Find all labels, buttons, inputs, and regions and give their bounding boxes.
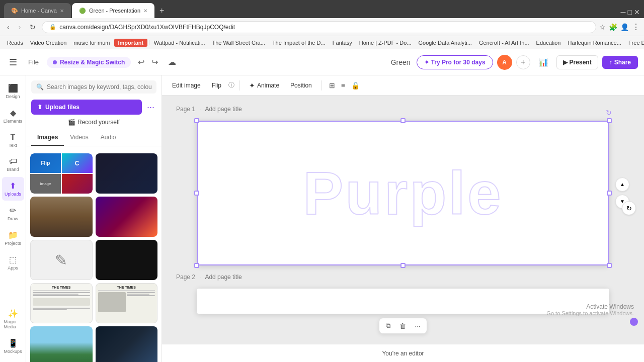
present-btn[interactable]: ▶ Present: [556, 55, 598, 69]
panel-search-area: 🔍: [26, 75, 162, 97]
rotate-handle[interactable]: ↻: [606, 109, 612, 117]
search-input[interactable]: [47, 83, 151, 90]
newspaper-img[interactable]: THE TIMES: [30, 283, 93, 323]
bookmark-wattpad[interactable]: Wattpad - Notificati...: [151, 39, 208, 47]
bookmark-important[interactable]: Important: [114, 39, 148, 47]
profile-btn[interactable]: 👤: [620, 23, 629, 31]
minimize-btn[interactable]: ─: [621, 8, 626, 16]
magic-dot: [53, 60, 57, 64]
record-yourself-btn[interactable]: 🎬 Record yourself: [68, 119, 120, 126]
tab-home-close[interactable]: ✕: [60, 8, 64, 14]
search-box[interactable]: 🔍: [31, 80, 156, 94]
tab-green[interactable]: 🟢 Green - Presentation ✕: [72, 3, 154, 18]
sketch-img[interactable]: ✎: [30, 240, 93, 280]
redo-btn[interactable]: ↪: [148, 55, 161, 69]
bookmark-free-books[interactable]: Free Download Books: [625, 39, 644, 47]
bookmark-google-data[interactable]: Google Data Analyti...: [416, 39, 475, 47]
page-1-title-input[interactable]: [205, 106, 280, 113]
sidebar-item-uploads[interactable]: ⬆ Uploads: [2, 177, 24, 201]
fantasy-photo[interactable]: [96, 197, 158, 237]
new-tab-btn[interactable]: +: [155, 3, 168, 18]
hamburger-btn[interactable]: ☰: [6, 54, 20, 71]
tab-green-close[interactable]: ✕: [143, 8, 147, 14]
lock-icon-btn[interactable]: 🔒: [349, 79, 362, 92]
handle-ml[interactable]: [194, 191, 199, 196]
bookmark-wsj[interactable]: The Wall Street Cra...: [209, 39, 268, 47]
page-2-title-input[interactable]: [205, 274, 280, 281]
info-icon[interactable]: ⓘ: [228, 81, 234, 89]
page-nav-up-btn[interactable]: ▲: [615, 177, 629, 192]
landscape-img[interactable]: [30, 326, 93, 362]
page-trash-btn[interactable]: 🗑: [397, 321, 409, 331]
back-btn[interactable]: ‹: [4, 21, 13, 33]
bookmark-video[interactable]: Video Creation: [27, 39, 70, 47]
grid-icon-btn[interactable]: ⊞: [327, 79, 338, 92]
handle-mr[interactable]: [607, 191, 612, 196]
photo-dark[interactable]: [96, 153, 158, 194]
handle-bl[interactable]: [194, 263, 199, 268]
extensions-btn[interactable]: 🧩: [609, 23, 617, 31]
sidebar-item-projects[interactable]: 📁 Projects: [2, 226, 24, 250]
dark-figure-img[interactable]: [96, 240, 158, 280]
user-avatar[interactable]: A: [497, 55, 512, 70]
undo-btn[interactable]: ↩: [135, 55, 147, 69]
sidebar-item-mockups[interactable]: 📱 Mockups: [2, 334, 24, 358]
bookmark-gencroft[interactable]: Gencroft - AI Art In...: [476, 39, 532, 47]
animate-btn[interactable]: ✦ Animate: [245, 79, 283, 92]
bookmark-education[interactable]: Education: [533, 39, 564, 47]
bookmark-reads[interactable]: Reads: [4, 39, 26, 47]
desk-photo[interactable]: [30, 197, 93, 237]
image-label: Image: [40, 182, 51, 186]
filter-icon-btn[interactable]: ≡: [339, 79, 348, 92]
magic-switch-area[interactable]: Resize & Magic Switch: [47, 57, 131, 68]
bookmark-zpdf[interactable]: Home | Z-PDF - Do...: [356, 39, 415, 47]
newspaper2-img[interactable]: THE TIMES: [96, 283, 158, 323]
add-user-btn[interactable]: +: [516, 55, 530, 69]
edit-image-btn[interactable]: Edit image: [168, 80, 205, 91]
cloud-save-btn[interactable]: ☁: [165, 55, 179, 69]
handle-tr[interactable]: [607, 118, 612, 123]
multi-tile[interactable]: Flip C Image: [30, 153, 93, 194]
file-btn[interactable]: File: [24, 56, 43, 68]
brand-icon: 🏷: [9, 157, 17, 166]
bookmark-star[interactable]: ☆: [599, 23, 606, 31]
upload-more-btn[interactable]: ···: [145, 100, 156, 115]
bookmark-music[interactable]: music for mum: [70, 39, 113, 47]
try-pro-btn[interactable]: ✦ Try Pro for 30 days: [417, 55, 493, 69]
sidebar-item-design[interactable]: ⬛ Design: [2, 79, 24, 103]
handle-bm[interactable]: [400, 263, 406, 268]
bookmark-impact[interactable]: The Impact of the D...: [269, 39, 329, 47]
sidebar-item-draw[interactable]: ✏ Draw: [2, 202, 24, 225]
sidebar-label-magic: Magic Media: [4, 319, 22, 329]
analytics-btn[interactable]: 📊: [534, 55, 552, 69]
refresh-btn[interactable]: ↻: [27, 21, 39, 33]
bookmark-fantasy[interactable]: Fantasy: [330, 39, 355, 47]
forward-btn[interactable]: ›: [16, 21, 24, 33]
position-btn[interactable]: Position: [286, 80, 316, 91]
tab-audio[interactable]: Audio: [95, 130, 122, 146]
tab-images[interactable]: Images: [31, 130, 64, 146]
page-more-btn[interactable]: ···: [413, 321, 423, 331]
tab-home[interactable]: 🎨 Home - Canva ✕: [4, 3, 71, 18]
close-window-btn[interactable]: ✕: [634, 8, 640, 16]
epic-battle-img[interactable]: [96, 326, 158, 362]
sidebar-item-brand[interactable]: 🏷 Brand: [2, 153, 24, 176]
address-bar[interactable]: 🔒 canva.com/design/DAGHSprXD0/xu1XwOIVBF…: [42, 21, 596, 33]
maximize-btn[interactable]: □: [628, 8, 632, 16]
flip-btn[interactable]: Flip: [208, 80, 225, 91]
upload-files-btn[interactable]: ⬆ Upload files: [31, 100, 142, 115]
sidebar-item-magic-media[interactable]: ✨ Magic Media: [2, 305, 24, 333]
handle-tm[interactable]: [400, 118, 406, 123]
sidebar-item-text[interactable]: T Text: [2, 129, 24, 152]
sidebar-item-elements[interactable]: ◆ Elements: [2, 104, 24, 128]
canvas-refresh-icon[interactable]: ↻: [622, 201, 636, 215]
handle-tl[interactable]: [194, 118, 199, 123]
sidebar-item-apps[interactable]: ⬚ Apps: [2, 251, 24, 275]
menu-btn[interactable]: ⋮: [632, 22, 640, 32]
handle-br[interactable]: [607, 263, 612, 268]
share-btn[interactable]: ↑ Share: [602, 56, 638, 69]
record-icon: 🎬: [68, 119, 75, 126]
page-copy-btn[interactable]: ⧉: [383, 320, 393, 331]
tab-videos[interactable]: Videos: [64, 130, 94, 146]
bookmark-harlequin[interactable]: Harlequin Romance...: [565, 39, 624, 47]
